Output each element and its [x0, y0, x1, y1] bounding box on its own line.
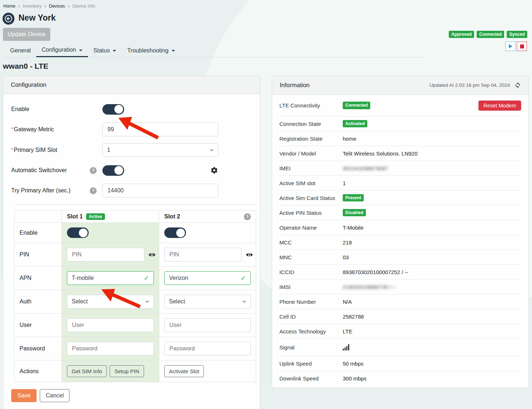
enable-toggle[interactable]: [102, 104, 124, 115]
slot2-user-cell: [159, 314, 256, 337]
required-marker: *: [11, 126, 13, 132]
info-row-operator-name: Operator Name T-Mobile: [279, 220, 521, 235]
refresh-button[interactable]: [515, 82, 521, 88]
help-icon[interactable]: ?: [90, 187, 97, 194]
primary-sim-slot-field-row: *Primary SIM Slot 1: [11, 143, 252, 157]
row-label-auth: Auth: [14, 290, 62, 314]
enable-field-row: Enable: [11, 103, 252, 116]
tab-general[interactable]: General: [5, 44, 36, 57]
slot2-enable-toggle[interactable]: [164, 227, 186, 238]
slot2-password-cell: [159, 337, 256, 361]
info-row-registration-state: Registration State home: [279, 131, 521, 146]
save-button[interactable]: Save: [11, 389, 37, 402]
slot1-enable-toggle[interactable]: [67, 227, 89, 238]
stop-button[interactable]: [517, 42, 527, 51]
slot2-pin-input[interactable]: [164, 248, 242, 261]
info-row-phone-number: Phone Number N/A: [279, 294, 521, 309]
slot2-password-input[interactable]: [164, 342, 251, 355]
activate-slot-button[interactable]: Activate Slot: [164, 365, 204, 377]
row-label-apn: APN: [14, 267, 62, 290]
info-row-signal: Signal: [279, 339, 521, 356]
information-panel: Information Updated At 2:02:16 pm Sep 04…: [272, 76, 529, 388]
form-actions: Save Cancel: [11, 389, 252, 402]
slot1-password-input[interactable]: [67, 342, 154, 355]
tab-bar: General Configuration Status Troubleshoo…: [3, 44, 423, 57]
configuration-panel: Configuration Enable: [3, 76, 260, 409]
chevron-down-icon: [242, 301, 246, 303]
row-label-enable: Enable: [14, 223, 62, 243]
refresh-icon: [515, 82, 521, 88]
breadcrumb-separator: »: [18, 4, 20, 9]
slot2-header: Slot 2 ?: [159, 211, 256, 223]
breadcrumb: Home » Inventory » Devices » Device Info: [3, 4, 95, 9]
slot1-user-input[interactable]: [67, 318, 154, 332]
gateway-metric-input[interactable]: [102, 123, 218, 136]
check-icon: ✓: [241, 274, 246, 282]
setup-pin-button[interactable]: Setup PIN: [110, 365, 144, 377]
information-panel-header: Information Updated At 2:02:16 pm Sep 04…: [272, 76, 528, 95]
signal-bars-icon: [343, 344, 349, 350]
imei-value-masked: 352241636873087: [343, 165, 388, 171]
sim-slot-table: Slot 1 Active Slot 2 ? Enable: [14, 210, 256, 382]
slot1-apn-input[interactable]: T-mobile ✓: [67, 271, 154, 285]
get-sim-info-button[interactable]: Get SIM Info: [67, 365, 107, 377]
slot1-password-cell: [62, 337, 159, 361]
gear-icon[interactable]: [210, 166, 218, 174]
tab-configuration[interactable]: Configuration: [36, 44, 88, 57]
info-row-imei: IMEI 352241636873087: [279, 161, 521, 176]
interface-heading: wwan0 - LTE: [3, 62, 48, 71]
breadcrumb-item-device-info: Device Info: [72, 4, 95, 9]
tab-troubleshooting[interactable]: Troubleshooting: [122, 44, 180, 57]
breadcrumb-item-inventory[interactable]: Inventory: [23, 4, 41, 9]
back-button[interactable]: [3, 13, 14, 25]
info-row-mcc: MCC 218: [279, 235, 521, 250]
slot1-enable-cell: [62, 223, 159, 243]
slot2-apn-input[interactable]: Verizon ✓: [164, 271, 251, 285]
breadcrumb-separator: »: [68, 4, 70, 9]
play-button[interactable]: [505, 42, 515, 51]
info-row-active-sim-slot: Active SIM slot 1: [279, 176, 521, 191]
reset-modem-button[interactable]: Reset Modem: [478, 101, 521, 111]
breadcrumb-item-devices[interactable]: Devices: [49, 4, 65, 9]
info-row-uplink-speed: Uplink Speed 50 mbps: [279, 356, 521, 371]
try-primary-after-input[interactable]: [102, 184, 218, 197]
main-content: Configuration Enable: [3, 76, 529, 409]
help-icon[interactable]: ?: [90, 167, 97, 174]
slot1-apn-cell: T-mobile ✓: [62, 267, 159, 290]
info-row-active-sim-card-status: Active Sim Card Status Present: [279, 191, 521, 205]
tab-status[interactable]: Status: [88, 44, 122, 57]
imsi-value-masked: 218032018680735 / --: [343, 284, 396, 290]
slot2-user-input[interactable]: [164, 318, 251, 332]
automatic-switchover-label: Automatic Switchover: [11, 167, 67, 174]
activated-status-badge: Activated: [343, 120, 367, 127]
configuration-panel-header: Configuration: [3, 76, 260, 94]
present-status-badge: Present: [343, 194, 364, 201]
slot1-pin-input[interactable]: [67, 248, 144, 261]
slot-table-corner-cell: [14, 211, 62, 223]
eye-icon[interactable]: [148, 252, 156, 257]
connected-status-badge: Connected: [343, 102, 370, 109]
info-row-imsi: IMSI 218032018680735 / --: [279, 280, 521, 294]
help-icon[interactable]: ?: [244, 213, 251, 220]
info-row-mnc: MNC 03: [279, 250, 521, 265]
info-row-lte-connectivity: LTE Connectivity Connected Reset Modem: [279, 95, 521, 116]
slot2-auth-select[interactable]: Select: [164, 295, 251, 308]
tab-label: Configuration: [42, 47, 76, 53]
device-info-page: Home » Inventory » Devices » Device Info…: [0, 0, 532, 409]
primary-sim-slot-value: 1: [107, 147, 110, 153]
row-label-pin: PIN: [14, 243, 62, 267]
eye-icon[interactable]: [246, 252, 253, 257]
info-row-iccid: ICCID 8938703020100007252 / --: [279, 265, 521, 280]
slot2-apn-cell: Verizon ✓: [159, 267, 256, 290]
slot2-auth-value: Select: [169, 298, 185, 305]
breadcrumb-item-home[interactable]: Home: [3, 4, 15, 9]
row-label-password: Password: [14, 337, 62, 361]
tab-label: Status: [93, 47, 110, 54]
automatic-switchover-toggle[interactable]: [102, 165, 124, 176]
slot2-title: Slot 2: [164, 213, 180, 220]
slot1-auth-select[interactable]: Select: [67, 295, 154, 308]
update-device-button[interactable]: Update Device: [3, 28, 50, 41]
try-primary-after-field-row: Try Primary After (sec.) ?: [11, 184, 252, 197]
primary-sim-slot-select[interactable]: 1: [102, 143, 218, 157]
cancel-button[interactable]: Cancel: [40, 389, 69, 402]
